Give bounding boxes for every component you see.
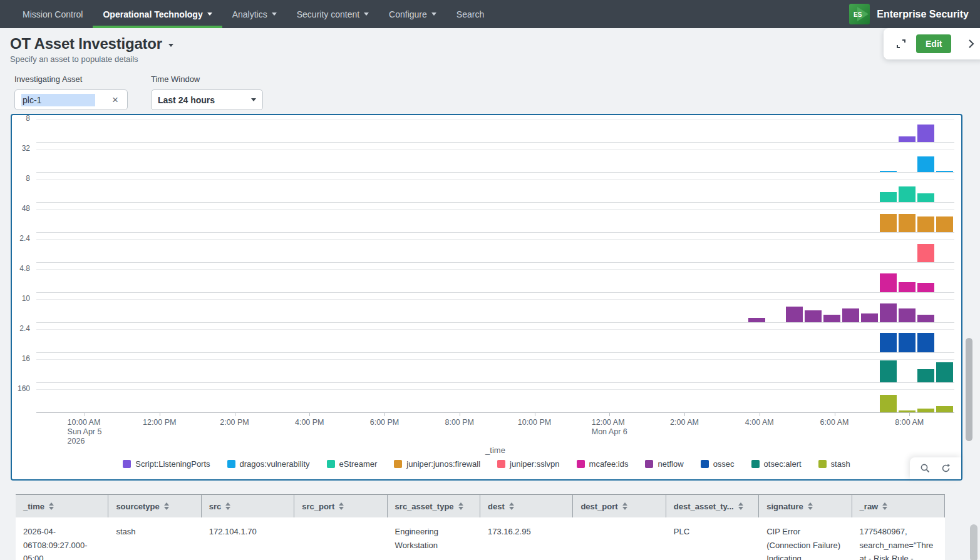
chart-bar-mcafee:ids[interactable] bbox=[880, 273, 897, 292]
gridline bbox=[36, 299, 954, 300]
time-window-select[interactable]: Last 24 hours bbox=[151, 89, 263, 110]
table-scrollbar[interactable] bbox=[970, 524, 977, 560]
expand-icon bbox=[895, 38, 907, 50]
chart-bar-dragos:vulnerability[interactable] bbox=[936, 171, 953, 172]
sort-icon[interactable] bbox=[458, 502, 463, 510]
clear-asset-icon[interactable]: × bbox=[110, 93, 121, 106]
chart-bar-Script:ListeningPorts[interactable] bbox=[899, 136, 916, 142]
nav-item-security-content[interactable]: Security content bbox=[287, 0, 379, 28]
x-axis-tick bbox=[235, 413, 235, 416]
nav-item-operational-technology[interactable]: Operational Technology bbox=[93, 0, 222, 28]
magnifier-icon bbox=[920, 463, 931, 474]
time-window-filter: Time Window Last 24 hours bbox=[151, 74, 263, 110]
gridline bbox=[36, 179, 954, 180]
edit-button[interactable]: Edit bbox=[916, 34, 951, 53]
chart-bar-netflow[interactable] bbox=[861, 313, 878, 322]
chart-bar-mcafee:ids[interactable] bbox=[899, 282, 916, 292]
investigating-asset-label: Investigating Asset bbox=[14, 74, 128, 84]
gridline-baseline bbox=[36, 202, 954, 203]
sort-icon[interactable] bbox=[622, 502, 627, 510]
gridline bbox=[36, 209, 954, 210]
chart-bar-ossec[interactable] bbox=[880, 333, 897, 352]
legend-label: juniper:sslvpn bbox=[510, 459, 560, 469]
nav-item-search[interactable]: Search bbox=[446, 0, 494, 28]
chart-bar-eStreamer[interactable] bbox=[917, 193, 934, 202]
column-header-src[interactable]: src bbox=[202, 495, 294, 517]
sort-icon[interactable] bbox=[225, 502, 230, 510]
chevron-down-icon bbox=[272, 13, 277, 16]
chart-bar-otsec:alert[interactable] bbox=[917, 369, 934, 382]
chart-bar-juniper:junos:firewall[interactable] bbox=[936, 216, 953, 232]
chart-bar-netflow[interactable] bbox=[748, 318, 765, 322]
chart-bar-netflow[interactable] bbox=[917, 315, 934, 322]
chart-bar-dragos:vulnerability[interactable] bbox=[880, 171, 897, 172]
column-header-src_port[interactable]: src_port bbox=[294, 495, 387, 517]
enterprise-security-logo-icon: ES bbox=[849, 4, 870, 24]
chart-bar-netflow[interactable] bbox=[899, 308, 916, 322]
column-header-dest_asset_ty...[interactable]: dest_asset_ty... bbox=[666, 495, 759, 517]
y-axis-max-label: 32 bbox=[12, 144, 30, 153]
next-panel-button[interactable] bbox=[964, 36, 979, 51]
chevron-down-icon bbox=[431, 13, 436, 16]
expand-fullscreen-button[interactable] bbox=[892, 35, 910, 53]
nav-item-analytics[interactable]: Analytics bbox=[222, 0, 287, 28]
chart-bar-netflow[interactable] bbox=[805, 310, 822, 322]
top-nav-bar: Mission Control Operational Technology A… bbox=[0, 0, 980, 28]
chart-bar-ossec[interactable] bbox=[899, 333, 916, 352]
legend-label: Script:ListeningPorts bbox=[135, 459, 210, 469]
chart-bar-stash[interactable] bbox=[936, 406, 953, 412]
chart-bar-otsec:alert[interactable] bbox=[880, 360, 897, 382]
legend-item-Script:ListeningPorts: Script:ListeningPorts bbox=[123, 459, 210, 469]
investigating-asset-input[interactable]: plc-1 × bbox=[14, 89, 128, 110]
column-header-src_asset_type[interactable]: src_asset_type bbox=[388, 495, 480, 517]
chart-bar-juniper:junos:firewall[interactable] bbox=[899, 214, 916, 232]
chart-bar-netflow[interactable] bbox=[880, 303, 897, 322]
chart-bar-netflow[interactable] bbox=[823, 315, 840, 322]
chart-bar-netflow[interactable] bbox=[786, 307, 803, 322]
column-header-sourcetype[interactable]: sourcetype bbox=[108, 495, 201, 517]
chart-refresh-button[interactable] bbox=[938, 461, 954, 476]
chart-bar-netflow[interactable] bbox=[842, 308, 859, 322]
nav-item-configure[interactable]: Configure bbox=[379, 0, 446, 28]
chart-bar-otsec:alert[interactable] bbox=[936, 362, 953, 382]
chart-bar-eStreamer[interactable] bbox=[899, 186, 916, 202]
x-axis-tick bbox=[309, 413, 310, 416]
column-header-_time[interactable]: _time bbox=[16, 495, 108, 517]
brand-label: Enterprise Security bbox=[877, 9, 969, 20]
nav-item-mission-control[interactable]: Mission Control bbox=[13, 0, 93, 28]
column-header-dest[interactable]: dest bbox=[480, 495, 573, 517]
y-axis-max-label: 10 bbox=[12, 294, 30, 303]
sort-icon[interactable] bbox=[738, 502, 743, 510]
chart-bar-juniper:junos:firewall[interactable] bbox=[917, 216, 934, 232]
chart-bar-juniper:sslvpn[interactable] bbox=[917, 244, 934, 262]
title-menu-chevron-down-icon[interactable] bbox=[168, 44, 173, 47]
sort-icon[interactable] bbox=[509, 502, 514, 510]
legend-swatch bbox=[701, 460, 709, 468]
legend-label: juniper:junos:firewall bbox=[406, 459, 480, 469]
legend-label: ossec bbox=[713, 459, 735, 469]
chart-bar-ossec[interactable] bbox=[917, 333, 934, 352]
page-scrollbar[interactable] bbox=[966, 338, 972, 441]
chart-zoom-button[interactable] bbox=[917, 461, 933, 476]
time-window-label: Time Window bbox=[151, 74, 263, 84]
chart-bar-juniper:junos:firewall[interactable] bbox=[880, 214, 897, 232]
column-header-dest_port[interactable]: dest_port bbox=[573, 495, 666, 517]
chart-bar-dragos:vulnerability[interactable] bbox=[917, 156, 934, 172]
sort-icon[interactable] bbox=[164, 502, 169, 510]
column-header-signature[interactable]: signature bbox=[759, 495, 852, 517]
chart-plot: 8328482.44.8102.41616010:00 AMSun Apr 52… bbox=[12, 115, 961, 479]
sort-icon[interactable] bbox=[49, 502, 54, 510]
chart-bar-eStreamer[interactable] bbox=[880, 192, 897, 202]
gridline-baseline bbox=[36, 142, 954, 143]
chart-bar-Script:ListeningPorts[interactable] bbox=[917, 125, 934, 142]
sort-icon[interactable] bbox=[882, 502, 887, 510]
chart-bar-mcafee:ids[interactable] bbox=[917, 283, 934, 292]
column-header-_raw[interactable]: _raw bbox=[852, 495, 945, 517]
gridline bbox=[36, 329, 954, 330]
chart-bar-stash[interactable] bbox=[880, 395, 897, 412]
investigating-asset-value: plc-1 bbox=[21, 94, 95, 106]
sort-icon[interactable] bbox=[339, 502, 344, 510]
svg-text:ES: ES bbox=[854, 11, 862, 18]
sort-icon[interactable] bbox=[808, 502, 813, 510]
cell-signature: CIP Error (Connection Failure) Indicatin… bbox=[759, 517, 852, 560]
